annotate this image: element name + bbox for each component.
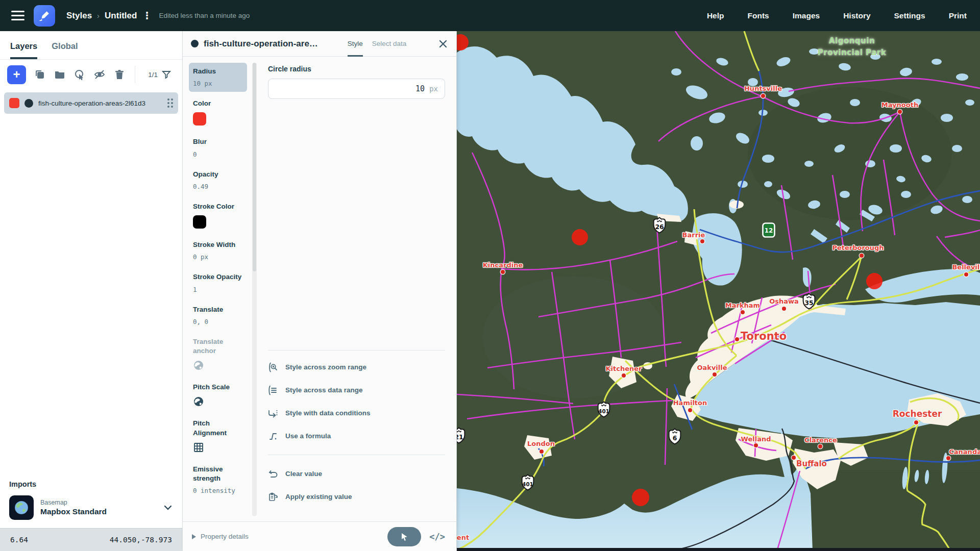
radius-value: 10 <box>415 84 425 93</box>
property-translate[interactable]: Translate0, 0 <box>189 301 247 330</box>
property-label: Pitch Scale <box>193 383 243 392</box>
property-label: Stroke Width <box>193 240 243 249</box>
property-pitch-alignment[interactable]: Pitch Alignment <box>189 415 247 457</box>
property-stroke-width[interactable]: Stroke Width0 px <box>189 236 247 265</box>
layer-counter: 1/1 <box>148 71 158 79</box>
zoom-range-icon <box>268 362 278 372</box>
layer-name: fish-culture-operation-areas-2l61d3 <box>38 99 167 107</box>
filter-layers-icon[interactable] <box>162 70 171 79</box>
cursor-icon <box>399 532 409 542</box>
hide-layer-icon[interactable] <box>94 69 105 80</box>
globe-thumbnail-icon <box>13 499 30 516</box>
tab-global[interactable]: Global <box>52 41 78 59</box>
style-panel-header: fish-culture-operation-are… StyleSelect … <box>183 31 456 57</box>
option-label: Clear value <box>285 470 322 478</box>
property-blur[interactable]: Blur0 <box>189 133 247 162</box>
property-stroke-opacity[interactable]: Stroke Opacity1 <box>189 268 247 297</box>
color-swatch <box>193 215 206 229</box>
grid-icon <box>193 442 204 453</box>
basemap-thumbnail <box>9 495 34 520</box>
property-radius[interactable]: Radius10 px <box>189 63 247 92</box>
panel-footer: Property details </> <box>183 521 456 551</box>
option-style-across-data-range[interactable]: Style across data range <box>268 379 445 402</box>
toolbar-divider <box>135 66 135 83</box>
color-swatch <box>193 112 206 126</box>
drag-handle-icon[interactable] <box>167 98 173 108</box>
code-view-icon[interactable]: </> <box>429 532 445 542</box>
option-label: Style across data range <box>285 386 363 394</box>
property-details-toggle[interactable]: Property details <box>201 533 249 540</box>
tab-layers[interactable]: Layers <box>10 41 37 59</box>
expand-triangle-icon <box>192 534 196 539</box>
topnav-print[interactable]: Print <box>949 11 967 20</box>
property-label: Blur <box>193 137 243 146</box>
interaction-mode-toggle[interactable] <box>387 527 421 546</box>
group-folder-icon[interactable] <box>54 69 65 80</box>
select-feature-icon[interactable] <box>74 69 85 80</box>
property-emissive-strength[interactable]: Emissive strength0 intensity <box>189 461 247 499</box>
detail-heading: Circle radius <box>268 65 445 73</box>
map-status-bar: 6.64 44.050,-78.973 <box>0 528 182 551</box>
breadcrumb-current[interactable]: Untitled <box>105 11 137 21</box>
edited-status: Edited less than a minute ago <box>159 12 250 19</box>
data-conditions-icon <box>268 408 278 418</box>
option-clear-value[interactable]: Clear value <box>268 462 445 485</box>
breadcrumb-chevron-icon: › <box>97 11 100 20</box>
property-detail: Circle radius 10 px Style across zoom ra… <box>258 57 456 521</box>
imports-heading: Imports <box>9 480 173 488</box>
close-icon[interactable] <box>438 39 448 49</box>
style-panel: fish-culture-operation-are… StyleSelect … <box>183 31 457 551</box>
layer-row-fish-culture[interactable]: fish-culture-operation-areas-2l61d3 <box>4 92 178 114</box>
mapbox-studio-icon[interactable] <box>34 5 55 27</box>
panel-tab-style[interactable]: Style <box>348 31 363 57</box>
property-stroke-color[interactable]: Stroke Color <box>189 198 247 233</box>
topnav-history[interactable]: History <box>843 11 870 20</box>
styling-options: Style across zoom rangeStyle across data… <box>268 345 445 508</box>
circle-layer-type-icon <box>191 40 199 47</box>
imports-section: Imports Basemap Mapbox Standard <box>0 473 182 528</box>
menu-icon[interactable] <box>11 11 24 20</box>
property-label: Translate anchor <box>193 337 243 356</box>
topnav-fonts[interactable]: Fonts <box>748 11 769 20</box>
breadcrumb-root[interactable]: Styles <box>66 11 92 21</box>
panel-tab-select-data[interactable]: Select data <box>372 31 407 57</box>
property-label: Stroke Color <box>193 202 243 211</box>
clear-icon <box>268 469 278 479</box>
formula-icon <box>268 431 278 441</box>
delete-layer-icon[interactable] <box>114 69 125 80</box>
property-opacity[interactable]: Opacity0.49 <box>189 166 247 195</box>
property-color[interactable]: Color <box>189 95 247 130</box>
option-use-a-formula[interactable]: Use a formula <box>268 424 445 447</box>
apply-icon <box>268 492 278 502</box>
map-base-graphics <box>457 31 980 551</box>
property-label: Color <box>193 99 243 108</box>
option-style-with-data-conditions[interactable]: Style with data conditions <box>268 402 445 424</box>
topnav-help[interactable]: Help <box>707 11 724 20</box>
property-scrollbar[interactable] <box>252 63 257 516</box>
title-kebab-menu-icon[interactable]: ⋮ <box>142 10 152 21</box>
property-pitch-scale[interactable]: Pitch Scale <box>189 379 247 412</box>
data-range-icon <box>268 385 278 395</box>
option-apply-existing-value[interactable]: Apply existing value <box>268 485 445 508</box>
circle-radius-input[interactable]: 10 px <box>268 79 445 99</box>
map-canvas[interactable]: HuntsvilleMaynoothKincardineBarriePeterb… <box>457 31 980 551</box>
basemap-row[interactable]: Basemap Mapbox Standard <box>9 495 173 520</box>
chevron-down-icon[interactable] <box>163 503 173 513</box>
layer-color-swatch <box>9 98 19 108</box>
panel-title: fish-culture-operation-are… <box>204 39 318 49</box>
topnav-settings[interactable]: Settings <box>894 11 925 20</box>
property-translate-anchor[interactable]: Translate anchor <box>189 333 247 375</box>
property-value: 0.49 <box>193 183 243 190</box>
duplicate-layer-icon[interactable] <box>34 69 45 80</box>
top-bar: Styles › Untitled ⋮ Edited less than a m… <box>0 0 980 31</box>
property-label: Emissive strength <box>193 465 243 483</box>
option-style-across-zoom-range[interactable]: Style across zoom range <box>268 356 445 379</box>
radius-unit: px <box>429 85 438 93</box>
basemap-name: Mapbox Standard <box>40 507 107 516</box>
sidebar-tabs: LayersGlobal <box>0 31 182 60</box>
topnav-images[interactable]: Images <box>793 11 820 20</box>
cursor-coordinates: 44.050,-78.973 <box>110 536 172 544</box>
property-label: Stroke Opacity <box>193 272 243 282</box>
add-layer-button[interactable]: + <box>7 65 26 84</box>
option-label: Use a formula <box>285 432 331 440</box>
